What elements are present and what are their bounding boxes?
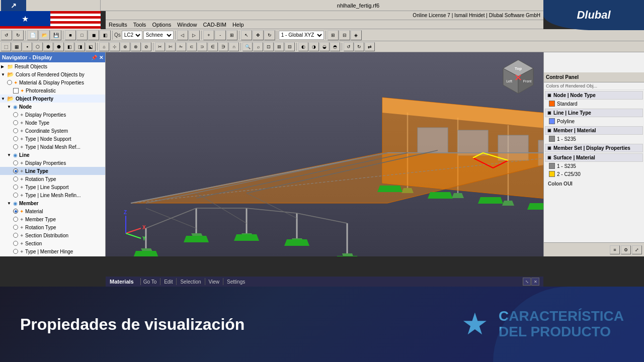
mat-goto[interactable]: Go To	[143, 279, 157, 285]
menu-help[interactable]: Help	[229, 21, 247, 28]
tb-view1[interactable]: ◁	[177, 30, 188, 40]
expand-member-section[interactable]: ▣	[547, 128, 551, 133]
tb2-34[interactable]: ⇄	[365, 42, 375, 51]
tb2-20[interactable]: ∈	[208, 42, 218, 51]
menu-tools[interactable]: Tools	[130, 21, 149, 28]
tb2-8[interactable]: ◨	[75, 42, 85, 51]
tb2-23[interactable]: 🔍	[243, 42, 253, 51]
tb-solid[interactable]: ◼	[88, 30, 99, 40]
cp-btn-settings[interactable]: ⚙	[621, 245, 631, 254]
tb2-19[interactable]: ⊃	[197, 42, 207, 51]
mat-edit[interactable]: Edit	[164, 279, 173, 285]
tb2-10[interactable]: ⌂	[99, 42, 109, 51]
tree-node-support[interactable]: ✦ Type | Node Support	[0, 135, 105, 143]
tb-misc3[interactable]: ◈	[351, 30, 362, 40]
radio-material-member[interactable]	[13, 209, 18, 214]
nav-pin-icon[interactable]: 📌	[91, 55, 97, 60]
tb2-21[interactable]: ∋	[218, 42, 228, 51]
radio-coord[interactable]	[13, 128, 18, 133]
tb2-1[interactable]: ⬚	[1, 42, 11, 51]
mat-view[interactable]: View	[209, 279, 220, 285]
tb2-27[interactable]: ⊟	[285, 42, 295, 51]
tree-photorealistic[interactable]: ✦ Photorealistic	[0, 86, 105, 95]
radio-section-dist[interactable]	[13, 233, 18, 238]
radio-line-support[interactable]	[13, 185, 18, 190]
tb-save[interactable]: 💾	[50, 30, 61, 40]
tb-undo[interactable]: ↺	[1, 30, 12, 40]
tb-open[interactable]: 📂	[39, 30, 50, 40]
cp-btn-expand[interactable]: ⤢	[632, 245, 642, 254]
tb2-29[interactable]: ◑	[309, 42, 319, 51]
tree-coord-sys[interactable]: ✦ Coordinate System	[0, 127, 105, 135]
radio-node-type[interactable]	[13, 120, 18, 125]
tb2-5[interactable]: ⬢	[43, 42, 53, 51]
menu-options[interactable]: Options	[149, 21, 174, 28]
tb2-16[interactable]: ✄	[166, 42, 176, 51]
tree-object-property[interactable]: ▼ 📂 Object Property	[0, 95, 105, 103]
cube-indicator[interactable]: Top Left Front	[498, 57, 538, 98]
tb-render[interactable]: ■	[65, 30, 76, 40]
expand-node-section[interactable]: ▣	[547, 93, 551, 98]
tb2-33[interactable]: ↻	[354, 42, 364, 51]
tree-member-rotation[interactable]: ✦ Rotation Type	[0, 223, 105, 231]
tree-member-type[interactable]: ✦ Member Type	[0, 215, 105, 223]
tb-wire[interactable]: □	[76, 30, 88, 40]
radio-member-rotation[interactable]	[13, 225, 18, 230]
menu-results[interactable]: Results	[106, 21, 130, 28]
tb-zoom-out[interactable]: -	[215, 30, 226, 40]
menu-window[interactable]: Window	[174, 21, 200, 28]
tree-node-type[interactable]: ✦ Node Type	[0, 119, 105, 127]
mat-settings[interactable]: Settings	[227, 279, 245, 285]
tree-material-display[interactable]: ✦ Material & Display Properties	[0, 78, 105, 86]
tb-redo[interactable]: ↻	[13, 30, 24, 40]
tree-material[interactable]: ✦ Material	[0, 207, 105, 215]
tb-new[interactable]: 📄	[27, 30, 38, 40]
tb2-2[interactable]: ▦	[12, 42, 22, 51]
tree-line-support[interactable]: ✦ Type | Line Support	[0, 183, 105, 191]
tree-member-eccent[interactable]: ✦ Type | Member Eccentr...	[0, 255, 105, 256]
expand-surface-section[interactable]: ▣	[547, 155, 551, 160]
radio-rotation[interactable]	[13, 176, 18, 182]
tb2-9[interactable]: ⬕	[86, 42, 96, 51]
nav-close-icon[interactable]: ✕	[99, 55, 103, 60]
tb-misc2[interactable]: ⊟	[339, 30, 350, 40]
tree-node[interactable]: ▼ ◉ Node	[0, 103, 105, 111]
tb2-3[interactable]: ▪	[22, 42, 32, 51]
mat-close-btn[interactable]: ✕	[531, 278, 539, 286]
radio-node-support[interactable]	[13, 136, 18, 141]
tb2-18[interactable]: ⊂	[187, 42, 197, 51]
tb2-15[interactable]: ✂	[155, 42, 165, 51]
radio-nodal-mesh[interactable]	[13, 144, 18, 149]
viewport[interactable]: X Y Z	[106, 52, 543, 256]
mat-selection[interactable]: Selection	[180, 279, 201, 285]
tb-rotate[interactable]: ↻	[264, 30, 275, 40]
cp-btn-list[interactable]: ≡	[610, 245, 620, 254]
tree-line[interactable]: ▼ ◉ Line	[0, 151, 105, 159]
menu-cad-bim[interactable]: CAD-BIM	[200, 21, 229, 28]
tree-nodal-mesh[interactable]: ✦ Type | Nodal Mesh Ref...	[0, 143, 105, 151]
tb-move[interactable]: ✥	[253, 30, 264, 40]
tb2-14[interactable]: ⊘	[141, 42, 151, 51]
tb2-26[interactable]: ⊞	[274, 42, 284, 51]
tree-result-objects[interactable]: ▶ 📁 Result Objects	[0, 62, 105, 70]
radio-section[interactable]	[13, 241, 18, 246]
tb2-32[interactable]: ↺	[344, 42, 354, 51]
tree-section-dist[interactable]: ✦ Section Distribution	[0, 231, 105, 239]
axis-combo[interactable]: 1 - Global XYZ	[279, 31, 324, 40]
tree-member[interactable]: ▼ ◉ Member	[0, 199, 105, 207]
expand-line-section[interactable]: ▣	[547, 111, 551, 115]
radio-line-mesh[interactable]	[13, 193, 18, 198]
tb2-13[interactable]: ⊗	[131, 42, 141, 51]
mat-expand-btn[interactable]: ⤡	[523, 278, 531, 286]
tree-section[interactable]: ✦ Section	[0, 239, 105, 247]
tb-select[interactable]: ↖	[241, 30, 252, 40]
tb2-30[interactable]: ◒	[319, 42, 330, 51]
tree-line-display[interactable]: ✦ Display Properties	[0, 159, 105, 167]
radio-node-display[interactable]	[13, 112, 18, 117]
radio-line-display[interactable]	[13, 160, 18, 165]
tb-fit[interactable]: ⊞	[226, 30, 237, 40]
tb2-6[interactable]: ⬣	[54, 42, 64, 51]
tb2-17[interactable]: ✁	[176, 42, 186, 51]
tb-hide[interactable]: ◧	[100, 30, 111, 40]
tb-misc1[interactable]: ⊞	[328, 30, 339, 40]
